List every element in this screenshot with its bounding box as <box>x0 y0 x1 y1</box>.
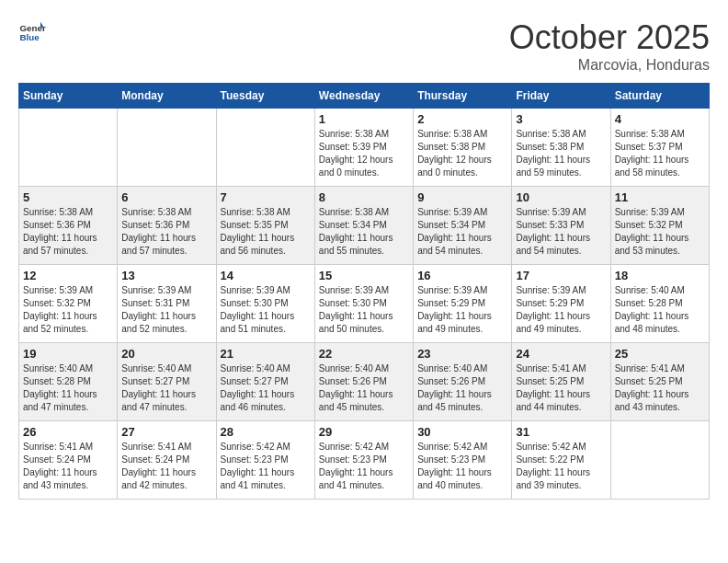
table-row: 3Sunrise: 5:38 AMSunset: 5:38 PMDaylight… <box>512 109 610 187</box>
table-row: 24Sunrise: 5:41 AMSunset: 5:25 PMDayligh… <box>512 343 610 421</box>
day-number: 17 <box>516 269 606 282</box>
day-info: Sunrise: 5:40 AMSunset: 5:28 PMDaylight:… <box>615 284 705 336</box>
day-info: Sunrise: 5:38 AMSunset: 5:36 PMDaylight:… <box>121 206 211 258</box>
header-thursday: Thursday <box>414 84 512 109</box>
table-row: 30Sunrise: 5:42 AMSunset: 5:23 PMDayligh… <box>414 421 512 500</box>
table-row: 21Sunrise: 5:40 AMSunset: 5:27 PMDayligh… <box>216 343 314 421</box>
table-row: 16Sunrise: 5:39 AMSunset: 5:29 PMDayligh… <box>414 265 512 343</box>
day-info: Sunrise: 5:42 AMSunset: 5:22 PMDaylight:… <box>516 441 606 492</box>
table-row: 20Sunrise: 5:40 AMSunset: 5:27 PMDayligh… <box>118 343 216 421</box>
day-number: 8 <box>319 190 409 204</box>
weekday-header-row: Sunday Monday Tuesday Wednesday Thursday… <box>19 84 710 109</box>
title-area: October 2025 Marcovia, Honduras <box>509 18 710 74</box>
day-info: Sunrise: 5:38 AMSunset: 5:39 PMDaylight:… <box>319 128 409 179</box>
table-row: 28Sunrise: 5:42 AMSunset: 5:23 PMDayligh… <box>216 421 314 500</box>
day-info: Sunrise: 5:38 AMSunset: 5:37 PMDaylight:… <box>615 128 705 179</box>
day-number: 22 <box>319 347 409 361</box>
day-number: 14 <box>221 269 311 282</box>
table-row: 23Sunrise: 5:40 AMSunset: 5:26 PMDayligh… <box>414 343 512 421</box>
day-number: 26 <box>23 425 113 439</box>
day-number: 18 <box>615 269 705 282</box>
logo: General Blue <box>18 18 46 46</box>
day-number: 7 <box>221 190 311 204</box>
table-row: 12Sunrise: 5:39 AMSunset: 5:32 PMDayligh… <box>19 265 118 343</box>
day-number: 11 <box>615 190 705 204</box>
day-info: Sunrise: 5:38 AMSunset: 5:38 PMDaylight:… <box>417 128 507 179</box>
day-number: 23 <box>417 347 507 361</box>
calendar-week-row: 12Sunrise: 5:39 AMSunset: 5:32 PMDayligh… <box>19 265 710 343</box>
day-info: Sunrise: 5:41 AMSunset: 5:24 PMDaylight:… <box>121 441 211 492</box>
day-number: 1 <box>319 112 409 126</box>
day-info: Sunrise: 5:41 AMSunset: 5:24 PMDaylight:… <box>23 441 113 492</box>
day-info: Sunrise: 5:40 AMSunset: 5:26 PMDaylight:… <box>319 362 409 414</box>
table-row: 22Sunrise: 5:40 AMSunset: 5:26 PMDayligh… <box>314 343 413 421</box>
table-row: 9Sunrise: 5:39 AMSunset: 5:34 PMDaylight… <box>414 187 512 265</box>
day-number: 25 <box>615 347 705 361</box>
day-number: 13 <box>121 269 211 282</box>
svg-text:Blue: Blue <box>20 32 40 42</box>
day-number: 12 <box>23 269 113 282</box>
table-row <box>216 109 314 187</box>
day-info: Sunrise: 5:41 AMSunset: 5:25 PMDaylight:… <box>615 362 705 414</box>
day-number: 10 <box>516 190 606 204</box>
day-number: 28 <box>221 425 311 439</box>
calendar-week-row: 26Sunrise: 5:41 AMSunset: 5:24 PMDayligh… <box>19 421 710 500</box>
table-row: 19Sunrise: 5:40 AMSunset: 5:28 PMDayligh… <box>19 343 118 421</box>
day-info: Sunrise: 5:38 AMSunset: 5:38 PMDaylight:… <box>516 128 606 179</box>
day-info: Sunrise: 5:40 AMSunset: 5:27 PMDaylight:… <box>221 362 311 414</box>
day-info: Sunrise: 5:42 AMSunset: 5:23 PMDaylight:… <box>417 441 507 492</box>
table-row: 1Sunrise: 5:38 AMSunset: 5:39 PMDaylight… <box>314 109 413 187</box>
day-number: 21 <box>221 347 311 361</box>
header-tuesday: Tuesday <box>216 84 314 109</box>
table-row: 8Sunrise: 5:38 AMSunset: 5:34 PMDaylight… <box>314 187 413 265</box>
day-number: 30 <box>417 425 507 439</box>
day-info: Sunrise: 5:40 AMSunset: 5:27 PMDaylight:… <box>121 362 211 414</box>
day-info: Sunrise: 5:39 AMSunset: 5:34 PMDaylight:… <box>417 206 507 258</box>
table-row: 26Sunrise: 5:41 AMSunset: 5:24 PMDayligh… <box>19 421 118 500</box>
table-row: 2Sunrise: 5:38 AMSunset: 5:38 PMDaylight… <box>414 109 512 187</box>
day-info: Sunrise: 5:41 AMSunset: 5:25 PMDaylight:… <box>516 362 606 414</box>
table-row: 10Sunrise: 5:39 AMSunset: 5:33 PMDayligh… <box>512 187 610 265</box>
day-number: 2 <box>417 112 507 126</box>
calendar-week-row: 5Sunrise: 5:38 AMSunset: 5:36 PMDaylight… <box>19 187 710 265</box>
day-number: 20 <box>121 347 211 361</box>
header-monday: Monday <box>118 84 216 109</box>
day-number: 29 <box>319 425 409 439</box>
table-row: 7Sunrise: 5:38 AMSunset: 5:35 PMDaylight… <box>216 187 314 265</box>
day-number: 9 <box>417 190 507 204</box>
calendar-table: Sunday Monday Tuesday Wednesday Thursday… <box>18 83 710 500</box>
day-info: Sunrise: 5:39 AMSunset: 5:32 PMDaylight:… <box>23 284 113 336</box>
table-row: 29Sunrise: 5:42 AMSunset: 5:23 PMDayligh… <box>314 421 413 500</box>
day-number: 4 <box>615 112 705 126</box>
table-row: 27Sunrise: 5:41 AMSunset: 5:24 PMDayligh… <box>118 421 216 500</box>
day-number: 5 <box>23 190 113 204</box>
svg-text:General: General <box>20 23 47 33</box>
day-number: 19 <box>23 347 113 361</box>
table-row: 31Sunrise: 5:42 AMSunset: 5:22 PMDayligh… <box>512 421 610 500</box>
logo-icon: General Blue <box>18 18 46 46</box>
table-row <box>610 421 709 500</box>
day-info: Sunrise: 5:40 AMSunset: 5:28 PMDaylight:… <box>23 362 113 414</box>
day-info: Sunrise: 5:38 AMSunset: 5:36 PMDaylight:… <box>23 206 113 258</box>
day-number: 27 <box>121 425 211 439</box>
table-row: 25Sunrise: 5:41 AMSunset: 5:25 PMDayligh… <box>610 343 709 421</box>
header-friday: Friday <box>512 84 610 109</box>
day-info: Sunrise: 5:39 AMSunset: 5:33 PMDaylight:… <box>516 206 606 258</box>
day-info: Sunrise: 5:42 AMSunset: 5:23 PMDaylight:… <box>221 441 311 492</box>
table-row: 5Sunrise: 5:38 AMSunset: 5:36 PMDaylight… <box>19 187 118 265</box>
table-row <box>118 109 216 187</box>
day-info: Sunrise: 5:39 AMSunset: 5:32 PMDaylight:… <box>615 206 705 258</box>
calendar-week-row: 19Sunrise: 5:40 AMSunset: 5:28 PMDayligh… <box>19 343 710 421</box>
table-row: 6Sunrise: 5:38 AMSunset: 5:36 PMDaylight… <box>118 187 216 265</box>
table-row: 15Sunrise: 5:39 AMSunset: 5:30 PMDayligh… <box>314 265 413 343</box>
header-saturday: Saturday <box>610 84 709 109</box>
table-row: 11Sunrise: 5:39 AMSunset: 5:32 PMDayligh… <box>610 187 709 265</box>
day-number: 15 <box>319 269 409 282</box>
page-header: General Blue October 2025 Marcovia, Hond… <box>18 18 710 74</box>
day-info: Sunrise: 5:39 AMSunset: 5:29 PMDaylight:… <box>516 284 606 336</box>
location-title: Marcovia, Honduras <box>509 57 710 74</box>
calendar-week-row: 1Sunrise: 5:38 AMSunset: 5:39 PMDaylight… <box>19 109 710 187</box>
day-info: Sunrise: 5:39 AMSunset: 5:30 PMDaylight:… <box>319 284 409 336</box>
day-info: Sunrise: 5:38 AMSunset: 5:34 PMDaylight:… <box>319 206 409 258</box>
day-info: Sunrise: 5:39 AMSunset: 5:30 PMDaylight:… <box>221 284 311 336</box>
